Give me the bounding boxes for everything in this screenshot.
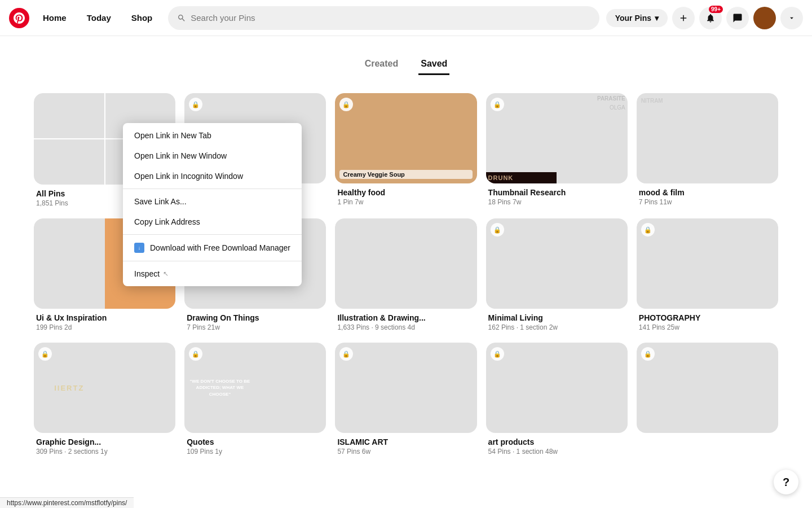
lock-icon: 🔒	[641, 347, 655, 361]
board-thumb: 🔒 Creamy Veggie Soup	[335, 93, 476, 183]
ctx-section-2: Save Link As... Copy Link Address	[123, 189, 302, 234]
board-meta: 109 Pins 1y	[187, 448, 324, 456]
search-input[interactable]	[191, 13, 590, 23]
board-illustration[interactable]: Illustration & Drawing... 1,633 Pins · 9…	[335, 218, 476, 334]
board-thumbnail-research[interactable]: 🔒 DRUNK PARASITE OLGA Thumbnail Research…	[486, 93, 628, 209]
board-thumb	[707, 93, 778, 183]
board-title: Minimal Living	[488, 313, 625, 322]
ctx-section-4: Inspect ↖	[123, 261, 302, 286]
board-thumb	[255, 343, 326, 433]
ctx-open-new-window[interactable]: Open Link in New Window	[123, 146, 302, 166]
board-thumb: 🔒	[637, 343, 708, 433]
board-title: ISLAMIC ART	[337, 437, 474, 446]
board-meta: 141 Pins 25w	[639, 323, 776, 331]
ctx-save-link-as[interactable]: Save Link As...	[123, 191, 302, 212]
board-thumb	[335, 218, 406, 309]
board-minimal-living[interactable]: 🔒 Minimal Living 162 Pins · 1 section 2w	[486, 218, 628, 334]
board-thumb: 🔒	[486, 343, 557, 433]
board-islamic-art[interactable]: 🔒 ISLAMIC ART 57 Pins 6w	[335, 343, 476, 458]
board-art-products[interactable]: 🔒 art products 54 Pins · 1 section 48w	[486, 343, 628, 458]
search-icon	[177, 14, 186, 23]
board-thumb	[406, 343, 477, 433]
nav-home[interactable]: Home	[34, 8, 76, 27]
nav-today[interactable]: Today	[78, 8, 120, 27]
notifications-button[interactable]: 99+	[699, 7, 722, 29]
board-thumb	[105, 343, 176, 433]
board-graphic-design[interactable]: 🔒 IIERTZ Graphic Design... 309 Pins · 2 …	[34, 343, 175, 458]
lock-icon: 🔒	[189, 98, 202, 111]
board-meta: 199 Pins 2d	[36, 323, 173, 331]
chevron-down-icon: ▾	[655, 14, 659, 23]
board-thumb	[557, 218, 628, 309]
board-meta: 162 Pins · 1 section 2w	[488, 323, 625, 331]
profile-tabs: Created Saved	[0, 45, 812, 80]
nav-shop[interactable]: Shop	[122, 8, 162, 27]
board-title: art products	[488, 437, 625, 446]
page-content: Created Saved All Pins 1,851 Pins 🔒 comm…	[0, 0, 812, 471]
board-thumb	[557, 343, 628, 433]
pinterest-logo[interactable]	[9, 8, 29, 28]
ctx-inspect[interactable]: Inspect ↖	[123, 264, 302, 284]
ctx-section-1: Open Link in New Tab Open Link in New Wi…	[123, 123, 302, 189]
board-thumb: 🔒	[637, 218, 708, 309]
context-menu: Open Link in New Tab Open Link in New Wi…	[123, 123, 302, 286]
lock-icon: 🔒	[491, 98, 504, 111]
board-meta: 7 Pins 11w	[639, 198, 776, 206]
board-meta: 309 Pins · 2 sections 1y	[36, 448, 173, 456]
fdm-icon: ↓	[134, 243, 144, 253]
board-meta: 1,633 Pins · 9 sections 4d	[337, 323, 474, 331]
nav-links: Home Today Shop	[34, 8, 161, 27]
board-thumb: 🔒	[486, 218, 557, 309]
board-title: Graphic Design...	[36, 437, 173, 446]
board-title: Healthy food	[337, 188, 474, 197]
lock-icon: 🔒	[339, 347, 353, 361]
board-meta: 1 Pin 7w	[337, 198, 474, 206]
board-title: Quotes	[187, 437, 324, 446]
board-thumb	[34, 93, 104, 138]
lock-icon: 🔒	[641, 223, 655, 237]
board-quotes[interactable]: 🔒 "WE DON'T CHOOSE TO BE ADDICTED; WHAT …	[184, 343, 326, 458]
board-photography[interactable]: 🔒 PHOTOGRAPHY 141 Pins 25w	[637, 218, 778, 334]
board-meta: 54 Pins · 1 section 48w	[488, 448, 625, 456]
tab-created[interactable]: Created	[363, 54, 401, 75]
board-meta: 7 Pins 21w	[187, 323, 324, 331]
board-healthy-food[interactable]: 🔒 Creamy Veggie Soup Healthy food 1 Pin …	[335, 93, 476, 209]
messages-button[interactable]	[726, 7, 749, 29]
lock-icon: 🔒	[339, 98, 353, 111]
search-bar[interactable]	[168, 6, 599, 30]
board-title: mood & film	[639, 188, 776, 197]
board-title: Thumbnail Research	[488, 188, 625, 197]
navbar: Home Today Shop Your Pins ▾ 99+	[0, 0, 812, 36]
board-thumb	[707, 343, 778, 433]
avatar[interactable]	[753, 7, 776, 29]
board-meta: 57 Pins 6w	[337, 448, 474, 456]
board-thumb	[707, 218, 778, 309]
account-chevron-button[interactable]	[780, 7, 803, 29]
board-title: Ui & Ux Inspiration	[36, 313, 173, 322]
board-thumb: NITRAM	[637, 93, 708, 183]
notification-badge: 99+	[709, 6, 723, 13]
board-thumb: PARASITE OLGA	[557, 93, 628, 183]
ctx-open-new-tab[interactable]: Open Link in New Tab	[123, 125, 302, 146]
lock-icon: 🔒	[491, 347, 504, 361]
your-pins-button[interactable]: Your Pins ▾	[606, 9, 668, 27]
board-thumb: 🔒 "WE DON'T CHOOSE TO BE ADDICTED; WHAT …	[184, 343, 255, 433]
add-button[interactable]	[672, 7, 695, 29]
ctx-download-fdm[interactable]: ↓ Download with Free Download Manager	[123, 237, 302, 259]
tab-saved[interactable]: Saved	[418, 54, 449, 75]
board-thumb: 🔒 IIERTZ	[34, 343, 105, 433]
board-unknown[interactable]: 🔒	[637, 343, 778, 458]
ctx-open-incognito[interactable]: Open Link in Incognito Window	[123, 166, 302, 186]
inspect-cursor: ↖	[163, 270, 169, 278]
board-thumb	[34, 218, 105, 309]
board-thumb: 🔒	[335, 343, 406, 433]
board-thumb	[406, 218, 477, 309]
board-thumb: 🔒 DRUNK	[486, 93, 557, 183]
nav-right: Your Pins ▾ 99+	[606, 7, 803, 29]
board-title: PHOTOGRAPHY	[639, 313, 776, 322]
board-meta: 18 Pins 7w	[488, 198, 625, 206]
ctx-copy-link[interactable]: Copy Link Address	[123, 212, 302, 232]
board-title: Illustration & Drawing...	[337, 313, 474, 322]
lock-icon: 🔒	[491, 223, 504, 237]
board-mood-film[interactable]: NITRAM mood & film 7 Pins 11w	[637, 93, 778, 209]
